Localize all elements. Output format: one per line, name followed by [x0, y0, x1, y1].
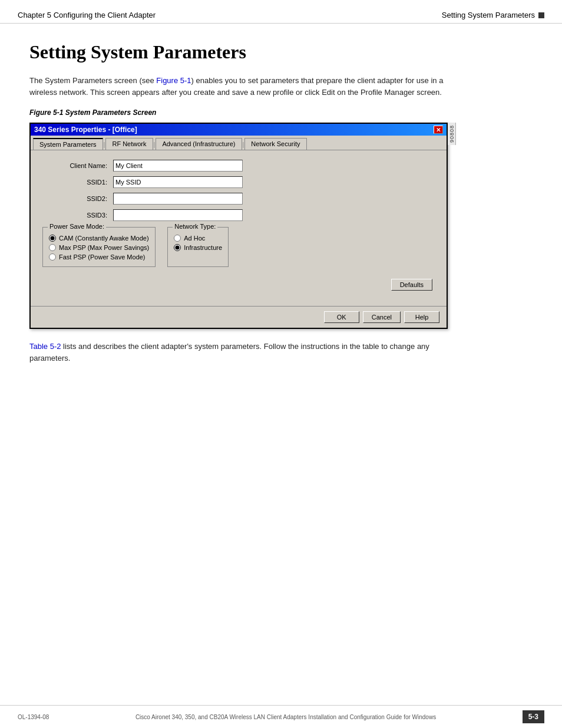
ssid3-label: SSID3: [42, 212, 107, 219]
network-type-legend: Network Type: [173, 223, 217, 230]
side-label: 90808 [448, 123, 456, 145]
footer-right: 5-3 [523, 710, 544, 723]
ssid1-input[interactable] [113, 176, 243, 188]
client-name-input[interactable] [113, 160, 243, 172]
tab-advanced[interactable]: Advanced (Infrastructure) [156, 138, 242, 150]
ssid1-row: SSID1: [42, 176, 435, 188]
ssid3-input[interactable] [113, 209, 243, 221]
footer-center: Cisco Aironet 340, 350, and CB20A Wirele… [49, 714, 522, 720]
cam-radio[interactable] [49, 235, 56, 242]
section-label: Setting System Parameters [442, 11, 544, 19]
ssid3-row: SSID3: [42, 209, 435, 221]
tab-rf-network[interactable]: RF Network [105, 138, 153, 150]
figure-caption: Figure 5-1 System Parameters Screen [29, 108, 533, 117]
chapter-label: Chapter 5 Configuring the Client Adapter [18, 11, 156, 19]
main-content: Setting System Parameters The System Par… [0, 24, 562, 393]
groups-row: Power Save Mode: CAM (Constantly Awake M… [42, 227, 435, 267]
body-paragraph: The System Parameters screen (see Figure… [29, 75, 454, 98]
ssid2-input[interactable] [113, 193, 243, 205]
ssid2-row: SSID2: [42, 193, 435, 205]
infrastructure-radio[interactable] [174, 244, 181, 251]
max-psp-radio[interactable] [49, 244, 56, 251]
infrastructure-radio-row: Infrastructure [174, 244, 222, 251]
ssid1-label: SSID1: [42, 179, 107, 186]
adhoc-radio-row: Ad Hoc [174, 235, 222, 242]
tabs-bar: System Parameters | RF Network | Advance… [31, 136, 447, 150]
fast-psp-radio-row: Fast PSP (Power Save Mode) [49, 253, 149, 261]
adhoc-label: Ad Hoc [184, 235, 205, 242]
max-psp-radio-row: Max PSP (Max Power Savings) [49, 244, 149, 251]
client-name-label: Client Name: [42, 162, 107, 169]
header-square-icon [538, 12, 544, 18]
adhoc-radio[interactable] [174, 235, 181, 242]
dialog-body: Client Name: SSID1: SSID2: SSID3: [31, 150, 447, 306]
cam-radio-row: CAM (Constantly Awake Mode) [49, 235, 149, 242]
dialog-container: 340 Series Properties - [Office] ✕ Syste… [29, 123, 448, 329]
fast-psp-radio[interactable] [49, 253, 56, 261]
infrastructure-label: Infrastructure [184, 244, 222, 251]
power-save-legend: Power Save Mode: [48, 223, 106, 230]
dialog-title-text: 340 Series Properties - [Office] [34, 126, 137, 134]
tab-network-security[interactable]: Network Security [244, 138, 306, 150]
post-figure-text: Table 5-2 lists and describes the client… [29, 341, 454, 364]
network-type-group: Network Type: Ad Hoc Infrastructure [167, 227, 229, 267]
dialog-wrapper: 340 Series Properties - [Office] ✕ Syste… [29, 123, 533, 329]
footer-left: OL-1394-08 [18, 714, 49, 720]
cancel-button[interactable]: Cancel [363, 311, 401, 323]
ok-button[interactable]: OK [324, 311, 359, 323]
fast-psp-label: Fast PSP (Power Save Mode) [59, 253, 146, 261]
help-button[interactable]: Help [404, 311, 439, 323]
title-bar-buttons: ✕ [434, 126, 443, 134]
table-link[interactable]: Table 5-2 [29, 342, 61, 351]
close-button[interactable]: ✕ [434, 126, 443, 134]
max-psp-label: Max PSP (Max Power Savings) [59, 244, 149, 251]
tab-system-parameters[interactable]: System Parameters [33, 138, 103, 150]
tab-separator-2: | [154, 141, 156, 150]
page-title: Setting System Parameters [29, 41, 533, 63]
tab-separator-1: | [104, 141, 105, 150]
ssid2-label: SSID2: [42, 195, 107, 202]
defaults-button[interactable]: Defaults [391, 279, 432, 291]
defaults-area: Defaults [42, 273, 435, 297]
power-save-group: Power Save Mode: CAM (Constantly Awake M… [42, 227, 156, 267]
figure-link[interactable]: Figure 5-1 [156, 76, 191, 85]
page-header: Chapter 5 Configuring the Client Adapter… [0, 0, 562, 24]
dialog-footer: OK Cancel Help [31, 306, 447, 328]
cam-label: CAM (Constantly Awake Mode) [59, 235, 149, 242]
page-footer: OL-1394-08 Cisco Aironet 340, 350, and C… [0, 705, 562, 728]
tab-separator-3: | [243, 141, 244, 150]
dialog-title-bar: 340 Series Properties - [Office] ✕ [31, 124, 447, 136]
client-name-row: Client Name: [42, 160, 435, 172]
